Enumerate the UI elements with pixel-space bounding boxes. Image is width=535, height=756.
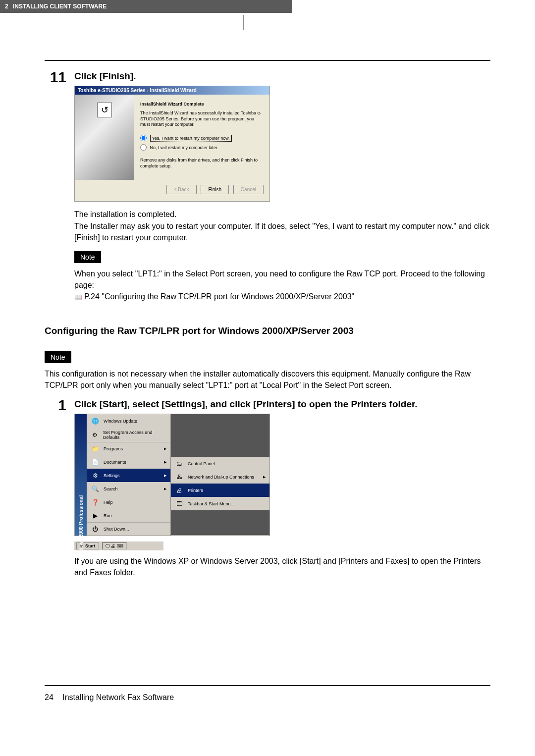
note-link: P.24 "Configuring the Raw TCP/LPR port f… [84, 292, 354, 301]
step-title: Click [Finish]. [74, 71, 490, 82]
chapter-number: 2 [5, 3, 8, 10]
page-footer: 24 Installing Network Fax Software [45, 685, 490, 702]
menu-label: Help [104, 500, 113, 505]
section-note-text: This configuration is not necessary when… [45, 368, 490, 391]
installshield-dialog: Toshiba e-STUDIO205 Series - InstallShie… [74, 86, 270, 202]
step-number: 1 [45, 398, 74, 413]
submenu-arrow-icon: ▶ [263, 475, 266, 479]
control-panel-icon: 🗂 [175, 459, 184, 468]
menu-label: Search [104, 486, 118, 491]
help-icon: ❓ [91, 498, 100, 507]
page-header: 2 INSTALLING CLIENT SOFTWARE [0, 0, 292, 13]
section-heading: Configuring the Raw TCP/LPR port for Win… [45, 325, 490, 336]
menu-run[interactable]: ▶ Run... [87, 509, 170, 522]
taskbar: ⊞ Start 🖵 🖨 ⌨ [74, 541, 163, 550]
radio-no-label: No, I will restart my computer later. [150, 145, 219, 150]
step-aftertext: The installation is completed. The Insta… [74, 209, 490, 243]
submenu-arrow-icon: ▶ [164, 447, 166, 451]
dialog-sidebar-image: ↺ [75, 95, 134, 180]
submenu-taskbar[interactable]: 🗔 Taskbar & Start Menu... [171, 497, 269, 510]
menu-label: Control Panel [188, 461, 215, 466]
page-number: 24 [45, 693, 54, 702]
note-badge: Note [74, 251, 101, 263]
menu-label: Documents [104, 460, 126, 465]
dialog-titlebar: Toshiba e-STUDIO205 Series - InstallShie… [75, 86, 269, 95]
search-icon: 🔍 [91, 485, 100, 493]
menu-help[interactable]: ❓ Help [87, 495, 170, 509]
menu-search[interactable]: 🔍 Search ▶ [87, 482, 170, 495]
submenu-arrow-icon: ▶ [164, 474, 166, 478]
run-icon: ▶ [91, 511, 100, 520]
wizard-icon: ↺ [97, 103, 112, 117]
menu-program-access[interactable]: ⚙ Set Program Access and Defaults [87, 428, 170, 442]
dialog-button-row: < Back Finish Cancel [75, 180, 269, 201]
radio-yes-label: Yes, I want to restart my computer now. [150, 135, 232, 142]
cancel-button[interactable]: Cancel [233, 185, 264, 194]
radio-restart-now[interactable]: Yes, I want to restart my computer now. [140, 135, 264, 141]
taskbar-icon: 🗔 [175, 499, 184, 508]
menu-windows-update[interactable]: 🌐 Windows Update [87, 414, 170, 428]
chapter-title: INSTALLING CLIENT SOFTWARE [13, 3, 107, 10]
submenu-network[interactable]: 🖧 Network and Dial-up Connections ▶ [171, 470, 269, 484]
radio-restart-later[interactable]: No, I will restart my computer later. [140, 144, 264, 151]
step-1: 1 Click [Start], select [Settings], and … [45, 399, 490, 586]
submenu-printers[interactable]: 🖨 Printers [171, 484, 269, 497]
start-menu-screenshot: Windows 2000 Professional 🌐 Windows Upda… [74, 414, 270, 536]
menu-label: Settings [104, 473, 120, 478]
submenu-arrow-icon: ▶ [164, 460, 166, 464]
start-menu-sidebar: Windows 2000 Professional [75, 414, 87, 536]
menu-programs[interactable]: 📁 Programs ▶ [87, 442, 170, 455]
header-divider [243, 15, 244, 30]
submenu-control-panel[interactable]: 🗂 Control Panel [171, 457, 269, 470]
book-icon: 📖 [74, 293, 82, 302]
program-access-icon: ⚙ [91, 431, 99, 439]
menu-label: Network and Dial-up Connections [188, 475, 254, 480]
top-rule [45, 60, 490, 61]
dialog-text: The InstallShield Wizard has successfull… [140, 110, 264, 128]
dialog-text-2: Remove any disks from their drives, and … [140, 158, 264, 169]
radio-no-input[interactable] [140, 144, 147, 151]
start-label: Start [85, 543, 96, 548]
menu-label: Taskbar & Start Menu... [188, 501, 234, 506]
finish-button[interactable]: Finish [201, 185, 229, 194]
back-button[interactable]: < Back [166, 185, 197, 194]
menu-label: Printers [188, 488, 203, 493]
start-menu-submenu: 🗂 Control Panel 🖧 Network and Dial-up Co… [171, 414, 269, 536]
menu-documents[interactable]: 📄 Documents ▶ [87, 455, 170, 469]
network-icon: 🖧 [175, 473, 184, 482]
menu-label: Programs [104, 446, 123, 451]
windows-update-icon: 🌐 [91, 417, 100, 426]
start-menu-main-column: 🌐 Windows Update ⚙ Set Program Access an… [87, 414, 171, 536]
step1-aftertext: If you are using the Windows XP or Windo… [74, 555, 490, 578]
menu-shutdown[interactable]: ⏻ Shut Down... [87, 522, 170, 536]
submenu-arrow-icon: ▶ [164, 487, 166, 491]
note-text: When you select "LPT1:" in the Select Po… [74, 268, 490, 303]
printers-icon: 🖨 [175, 486, 184, 495]
documents-icon: 📄 [91, 458, 100, 467]
shutdown-icon: ⏻ [91, 525, 100, 534]
menu-settings[interactable]: ⚙ Settings ▶ [87, 469, 170, 482]
step-11: 11 Click [Finish]. Toshiba e-STUDIO205 S… [45, 71, 490, 311]
dialog-heading: InstallShield Wizard Complete [140, 102, 264, 107]
menu-label: Set Program Access and Defaults [103, 430, 166, 440]
settings-icon: ⚙ [91, 471, 100, 480]
radio-yes-input[interactable] [140, 135, 147, 141]
menu-label: Run... [104, 513, 115, 518]
note-badge-2: Note [45, 351, 71, 363]
menu-label: Windows Update [104, 419, 137, 424]
system-tray: 🖵 🖨 ⌨ [102, 542, 127, 549]
menu-label: Shut Down... [104, 527, 129, 532]
step-number: 11 [45, 70, 74, 85]
step-title: Click [Start], select [Settings], and cl… [74, 399, 490, 410]
footer-section: Installing Network Fax Software [62, 693, 174, 702]
programs-icon: 📁 [91, 444, 100, 453]
